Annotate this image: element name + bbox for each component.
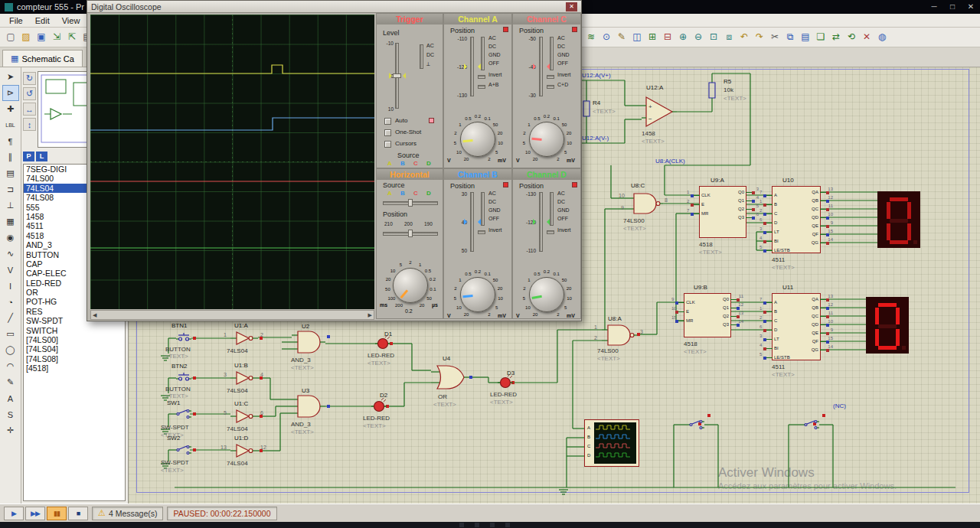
spdt-switch-component[interactable] — [173, 444, 191, 456]
or-gate[interactable] — [431, 364, 468, 390]
paste[interactable]: ▤ — [798, 29, 813, 44]
menu-edit[interactable]: Edit — [29, 15, 56, 26]
2d-circle-mode[interactable]: ◯ — [2, 342, 19, 358]
oscilloscope-window[interactable]: Digital Oscilloscope ✕ ◀ ▶ TriggerLevel-… — [87, 0, 582, 321]
pick-parts[interactable]: ◍ — [874, 29, 890, 44]
graph-mode[interactable]: ▦ — [2, 213, 19, 230]
undo[interactable]: ↶ — [737, 29, 752, 44]
mirror-vertical[interactable]: ↕ — [23, 118, 36, 131]
virtual-instruments-mode[interactable]: ◔ — [2, 294, 19, 310]
block-copy[interactable]: ❏ — [813, 29, 828, 44]
nand-gate[interactable] — [602, 324, 637, 346]
search-tags[interactable]: ⊙ — [599, 29, 614, 44]
property-assignment-tool[interactable]: ✎ — [614, 29, 629, 44]
message-panel[interactable]: ⚠ 4 Message(s) — [92, 507, 163, 520]
wire-label-mode[interactable]: LBL — [2, 117, 19, 133]
channel-c-sum-toggle[interactable] — [547, 85, 554, 89]
2d-text-mode[interactable]: A — [2, 390, 19, 406]
text-script-mode[interactable]: ¶ — [2, 133, 19, 149]
2d-line-mode[interactable]: ╱ — [2, 310, 19, 326]
inverter-gate[interactable] — [230, 443, 258, 458]
trigger-oneshot-toggle[interactable] — [384, 129, 391, 136]
inverter-gate[interactable] — [230, 331, 258, 346]
2d-marker-mode[interactable]: ✛ — [2, 422, 19, 438]
step-button[interactable]: ▶▶ — [25, 507, 45, 520]
stop-button[interactable]: ■ — [68, 507, 88, 520]
zoom-all[interactable]: ⊡ — [706, 29, 721, 44]
voltage-probe-mode[interactable]: V — [2, 262, 19, 278]
minimize-button[interactable]: ─ — [925, 0, 943, 14]
close-button[interactable]: ✕ — [962, 0, 980, 14]
mini-oscilloscope-component[interactable]: ABCD — [584, 419, 639, 467]
timebase-knob[interactable] — [393, 268, 428, 303]
channel-c-invert-toggle[interactable] — [547, 75, 554, 79]
new-sheet[interactable]: ⊞ — [645, 29, 660, 44]
generator-mode[interactable]: ∿ — [2, 246, 19, 262]
tape-recorder-mode[interactable]: ◉ — [2, 230, 19, 246]
rotate-anticlockwise[interactable]: ↺ — [23, 87, 36, 100]
inverter-gate[interactable] — [230, 409, 258, 424]
remove-sheet[interactable]: ⊟ — [660, 29, 675, 44]
terminals-mode[interactable]: ⊐ — [2, 181, 19, 197]
channel-b-gain-knob[interactable] — [460, 277, 495, 312]
zoom-area[interactable]: ⧈ — [721, 29, 737, 44]
ic-component[interactable]: CLK9E10MR15Q011Q112Q213Q314 — [684, 293, 731, 337]
opamp-component[interactable]: +− — [642, 96, 677, 128]
zoom-in[interactable]: ⊕ — [675, 29, 691, 44]
buses-mode[interactable]: ∥ — [2, 149, 19, 165]
channel-a-position-slider[interactable] — [470, 37, 474, 96]
led-component[interactable] — [375, 336, 390, 351]
wire-autorouter[interactable]: ≋ — [583, 29, 599, 44]
device-item[interactable]: [74LS00] — [24, 335, 125, 344]
device-item[interactable]: [74LS04] — [24, 344, 125, 354]
channel-a-sum-toggle[interactable] — [478, 85, 485, 89]
save-project[interactable]: ▣ — [34, 29, 49, 44]
current-probe-mode[interactable]: I — [2, 278, 19, 294]
maximize-button[interactable]: □ — [943, 0, 962, 14]
channel-d-gain-knob[interactable] — [529, 277, 564, 312]
ic-component[interactable]: A7B1C2D6LT3BI4LE/STB5QA13QB12QC11QD10QE9… — [772, 186, 821, 253]
menu-view[interactable]: View — [56, 15, 87, 26]
resistor-component[interactable] — [583, 98, 590, 119]
spdt-switch-component[interactable] — [173, 408, 191, 420]
scroll-right-arrow[interactable]: ▶ — [368, 312, 372, 318]
2d-symbol-mode[interactable]: S — [2, 406, 19, 422]
spdt-switch-component[interactable] — [686, 419, 704, 431]
device-item[interactable]: SWITCH — [24, 326, 125, 335]
pause-button[interactable]: ▮▮ — [47, 507, 67, 520]
play-button[interactable]: ▶ — [4, 507, 24, 520]
redo[interactable]: ↷ — [752, 29, 767, 44]
mirror-horizontal[interactable]: ↔ — [23, 103, 36, 116]
device-pins-mode[interactable]: ⊥ — [2, 197, 19, 213]
block-move[interactable]: ⇄ — [828, 29, 844, 44]
oscilloscope-hscrollbar[interactable]: ◀ ▶ — [90, 310, 374, 320]
new-project[interactable]: ▢ — [3, 29, 18, 44]
channel-a-gain-knob[interactable] — [460, 122, 495, 157]
led-component[interactable] — [371, 399, 387, 414]
device-item[interactable]: [74LS08] — [24, 354, 125, 363]
oscilloscope-close-button[interactable]: ✕ — [566, 2, 577, 11]
menu-file[interactable]: File — [3, 15, 29, 26]
zoom-out[interactable]: ⊖ — [691, 29, 706, 44]
windows-taskbar[interactable] — [0, 522, 980, 528]
inverter-gate[interactable] — [230, 370, 258, 386]
block-delete[interactable]: ✕ — [859, 29, 874, 44]
channel-d-invert-toggle[interactable] — [547, 230, 554, 234]
2d-path-mode[interactable]: ✎ — [2, 374, 19, 390]
and3-gate[interactable] — [292, 395, 325, 418]
design-explorer[interactable]: ◫ — [629, 29, 645, 44]
junction-dot-mode[interactable]: ✚ — [2, 101, 19, 117]
and3-gate[interactable] — [292, 331, 325, 354]
channel-b-invert-toggle[interactable] — [478, 230, 485, 234]
push-button-component[interactable] — [176, 333, 191, 344]
ic-component[interactable]: CLK1E2MR7Q03Q14Q25Q36 — [699, 186, 746, 238]
cut[interactable]: ✂ — [767, 29, 782, 44]
pick-devices-button[interactable]: P — [23, 152, 34, 161]
component-mode[interactable]: ⊳ — [2, 85, 19, 101]
import-section[interactable]: ⇲ — [49, 29, 64, 44]
trigger-cursors-toggle[interactable] — [384, 141, 391, 148]
channel-c-gain-knob[interactable] — [529, 122, 564, 157]
trigger-auto-toggle[interactable] — [384, 118, 391, 125]
channel-c-position-slider[interactable] — [539, 37, 543, 96]
spdt-switch-component[interactable] — [801, 419, 819, 431]
